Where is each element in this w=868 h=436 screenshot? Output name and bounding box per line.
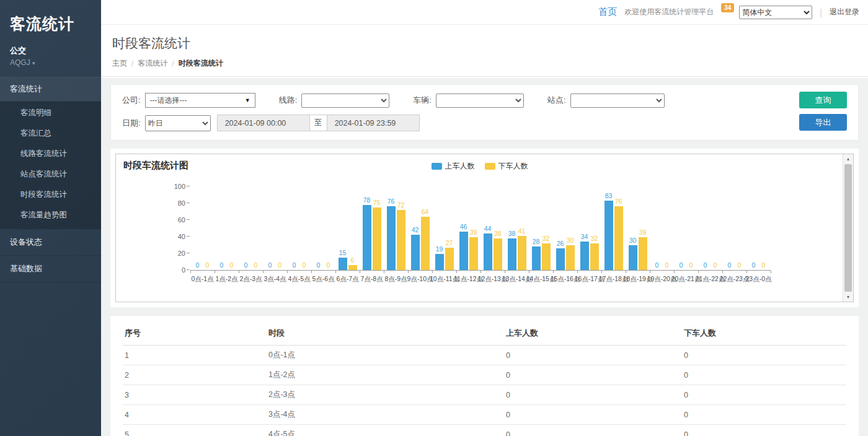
bar-boarding-6[interactable]: 15: [339, 258, 347, 270]
bar-boarding-10[interactable]: 19: [435, 254, 444, 270]
y-axis-label: 20: [164, 250, 185, 257]
sidebar-item-0-0[interactable]: 客流明细: [0, 103, 101, 123]
scrollbar-thumb[interactable]: [844, 164, 852, 292]
chart-category-1: 00: [215, 187, 239, 270]
chart-category-11: 4639: [456, 187, 480, 270]
scroll-down-icon[interactable]: ▼: [843, 292, 853, 302]
axis-tick: [626, 271, 626, 273]
bar-alighting-12[interactable]: 38: [494, 238, 502, 270]
axis-tick: [190, 271, 191, 273]
table-cell-4-1: 4点-5点: [267, 425, 504, 436]
axis-tick: [577, 271, 578, 273]
axis-tick: [360, 271, 360, 273]
sidebar-item-0-4[interactable]: 时段客流统计: [0, 185, 101, 205]
bar-value-label: 0: [714, 261, 717, 269]
bar-alighting-10[interactable]: 27: [445, 248, 454, 270]
bar-boarding-8[interactable]: 76: [387, 206, 396, 270]
bar-boarding-13[interactable]: 38: [508, 238, 516, 270]
station-select[interactable]: [570, 94, 665, 108]
bar-alighting-18[interactable]: 39: [639, 237, 647, 270]
station-label: 站点:: [547, 95, 566, 106]
user-dropdown[interactable]: AQGJ ▾: [0, 56, 101, 77]
chart-panel: 时段车流统计图 上车人数下车人数 00000000000015678757672…: [110, 149, 859, 307]
legend-item-1[interactable]: 下车人数: [485, 161, 528, 172]
breadcrumb-item-0[interactable]: 主页: [112, 58, 127, 69]
main-area: 首页 欢迎使用客流统计管理平台 34 简体中文 | 退出登录 时段客流统计 主页…: [101, 0, 868, 436]
bar-alighting-13[interactable]: 41: [518, 236, 526, 270]
notification-badge[interactable]: 34: [721, 3, 734, 12]
date-from-input[interactable]: 2024-01-09 00:00: [217, 115, 310, 131]
bar-alighting-11[interactable]: 39: [469, 237, 478, 270]
x-axis-label-16: 16点-17点: [577, 275, 601, 284]
sidebar-item-0-5[interactable]: 客流量趋势图: [0, 205, 101, 225]
bar-alighting-6[interactable]: 6: [348, 265, 357, 270]
sidebar-section-2[interactable]: 基础数据: [0, 256, 101, 282]
sidebar-item-0-3[interactable]: 站点客流统计: [0, 164, 101, 185]
bar-value-label: 0: [278, 261, 282, 269]
date-range-separator: 至: [309, 115, 327, 131]
bar-boarding-11[interactable]: 46: [459, 232, 468, 270]
company-select[interactable]: ---请选择--- ▼: [145, 93, 255, 108]
bar-alighting-7[interactable]: 75: [373, 207, 381, 270]
sidebar-section-1[interactable]: 设备状态: [0, 229, 101, 256]
bar-boarding-15[interactable]: 26: [556, 248, 565, 270]
dropdown-triangle-icon: ▼: [245, 97, 250, 103]
query-button[interactable]: 查询: [799, 92, 847, 108]
table-cell-1-2: 0: [504, 365, 682, 385]
x-axis-label-text: 7点-8点: [360, 275, 383, 284]
home-link[interactable]: 首页: [598, 6, 617, 18]
logout-link[interactable]: 退出登录: [830, 7, 859, 17]
vehicle-label: 车辆:: [413, 95, 432, 106]
x-axis-label-text: 5点-6点: [312, 275, 334, 284]
breadcrumb-item-1[interactable]: 客流统计: [138, 58, 167, 69]
axis-tick: [698, 271, 699, 273]
bar-boarding-12[interactable]: 44: [484, 233, 492, 270]
bar-value-label: 38: [508, 230, 516, 237]
x-axis-label-12: 12点-13点: [480, 275, 505, 284]
table-row: 54点-5点00: [123, 425, 846, 436]
y-axis-tick: [187, 236, 190, 237]
language-select[interactable]: 简体中文: [739, 6, 812, 19]
table-cell-2-2: 0: [504, 385, 682, 405]
table-cell-2-3: 0: [682, 385, 846, 405]
bar-boarding-18[interactable]: 30: [629, 245, 637, 271]
bar-boarding-14[interactable]: 28: [532, 246, 541, 270]
welcome-text: 欢迎使用客流统计管理平台: [624, 7, 714, 17]
x-axis-label-3: 3点-4点: [263, 275, 287, 284]
company-select-value: ---请选择---: [150, 95, 187, 106]
bar-alighting-9[interactable]: 64: [421, 217, 430, 270]
x-axis-label-text: 3点-4点: [264, 275, 286, 284]
sidebar-item-0-2[interactable]: 线路客流统计: [0, 144, 101, 164]
table-panel: 序号时段上车人数下车人数 10点-1点0021点-2点0032点-3点0043点…: [110, 316, 859, 436]
bar-alighting-14[interactable]: 32: [542, 243, 551, 270]
bar-alighting-15[interactable]: 30: [566, 245, 575, 271]
vehicle-select[interactable]: [436, 94, 524, 108]
axis-tick: [311, 271, 312, 273]
company-label: 公司:: [122, 95, 141, 106]
date-to-input[interactable]: 2024-01-09 23:59: [327, 115, 420, 131]
chart-category-21: 00: [698, 187, 722, 270]
legend-label: 上车人数: [445, 161, 475, 172]
line-select[interactable]: [301, 94, 389, 108]
bar-alighting-8[interactable]: 72: [397, 210, 405, 270]
bar-alighting-16[interactable]: 32: [590, 243, 599, 270]
bar-boarding-9[interactable]: 42: [411, 235, 420, 270]
y-axis-label: 40: [164, 233, 185, 240]
chart-scrollbar[interactable]: ▲ ▼: [843, 154, 853, 302]
bar-alighting-17[interactable]: 76: [614, 206, 623, 270]
export-button[interactable]: 导出: [799, 114, 847, 131]
date-preset-select[interactable]: 昨日: [145, 115, 211, 131]
scroll-up-icon[interactable]: ▲: [843, 154, 853, 164]
bar-boarding-7[interactable]: 78: [363, 205, 371, 270]
bar-boarding-16[interactable]: 34: [580, 242, 589, 270]
sidebar-section-0[interactable]: 客流统计: [0, 77, 101, 102]
legend-item-0[interactable]: 上车人数: [432, 161, 475, 172]
bar-value-label: 15: [339, 249, 347, 256]
chevron-down-icon: ▾: [32, 60, 35, 66]
table-header-1: 时段: [267, 322, 504, 346]
bar-boarding-17[interactable]: 83: [604, 201, 613, 270]
sidebar-item-0-1[interactable]: 客流汇总: [0, 123, 101, 144]
bar-value-label: 44: [484, 225, 492, 232]
bar-value-label: 6: [351, 256, 355, 264]
bar-value-label: 0: [762, 261, 766, 269]
